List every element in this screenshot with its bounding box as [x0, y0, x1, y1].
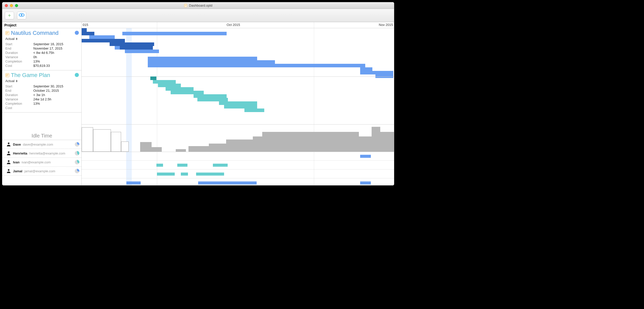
allocation-bar[interactable]	[360, 181, 371, 184]
column-header-project[interactable]: Project	[2, 22, 81, 28]
info-val: 13%	[33, 59, 79, 63]
idle-bar	[226, 140, 253, 152]
gantt-bar[interactable]	[197, 98, 228, 101]
person-icon	[6, 142, 11, 147]
project-icon	[5, 73, 9, 77]
people-list: Dave dave@example.com Henrietta henriett…	[2, 140, 81, 185]
idle-bar	[372, 127, 380, 152]
gantt-bar[interactable]	[148, 64, 365, 67]
project-icon	[5, 31, 9, 35]
allocation-bar[interactable]	[177, 164, 187, 167]
gantt-bar[interactable]	[148, 60, 275, 64]
info-key: End	[5, 47, 32, 50]
gantt-bar[interactable]	[150, 50, 159, 53]
info-key: Variance	[5, 55, 32, 59]
gantt-bar[interactable]	[244, 109, 264, 112]
allocation-bar[interactable]	[181, 173, 188, 176]
idle-bar	[82, 127, 93, 152]
titlebar: Dashboard.opld	[2, 2, 394, 9]
info-key: Variance	[5, 97, 32, 101]
allocation-bar[interactable]	[126, 181, 141, 184]
gantt-bar[interactable]	[219, 101, 257, 105]
svg-rect-11	[6, 74, 8, 74]
person-email: ivan@example.com	[22, 160, 51, 164]
gantt-bar[interactable]	[82, 39, 125, 42]
gantt-bar[interactable]	[89, 35, 115, 39]
info-key: Cost	[5, 106, 32, 110]
gantt-bar[interactable]	[82, 32, 94, 35]
month-label: Nov 2015	[379, 23, 393, 27]
person-email: henrietta@example.com	[29, 151, 65, 155]
allocation-bar[interactable]	[157, 173, 175, 176]
info-val: < 3w 1h	[33, 93, 79, 97]
project-mode-select[interactable]: Actual ▲▼	[5, 37, 79, 41]
person-email: dave@example.com	[23, 143, 53, 146]
gantt-bar[interactable]	[153, 80, 176, 84]
person-row[interactable]: Dave dave@example.com	[2, 140, 81, 149]
toolbar: +	[2, 9, 394, 22]
allocation-row	[82, 152, 394, 161]
gantt-bar[interactable]	[150, 76, 156, 80]
close-window-button[interactable]	[5, 4, 8, 7]
info-key: End	[5, 89, 32, 92]
svg-rect-1	[185, 5, 186, 5]
app-window: Dashboard.opld + Project	[2, 2, 394, 186]
gantt-bar[interactable]	[171, 91, 204, 94]
project-card-1[interactable]: The Game Plan Actual ▲▼ Start September …	[2, 70, 81, 113]
project-card-0[interactable]: Nautilus Command Actual ▲▼ Start Septemb…	[2, 28, 81, 70]
gantt-bar[interactable]	[224, 105, 257, 109]
person-row[interactable]: Jamal jamal@example.com	[2, 167, 81, 176]
project-name: Nautilus Command	[11, 30, 58, 36]
gantt-bar[interactable]	[120, 46, 153, 50]
gantt-bar[interactable]	[360, 67, 372, 71]
view-button[interactable]	[17, 12, 26, 19]
gantt-bar[interactable]	[194, 94, 227, 98]
timeline-panel[interactable]: 015 Oct 2015 Nov 2015	[82, 22, 394, 185]
allocation-bar[interactable]	[213, 164, 228, 167]
gantt-bar[interactable]	[360, 71, 393, 74]
svg-rect-7	[6, 32, 8, 32]
document-icon	[184, 4, 187, 7]
idle-bar	[111, 132, 121, 152]
idle-chart-area	[82, 124, 394, 152]
project-mode-label: Actual	[5, 37, 14, 41]
gantt-bar[interactable]	[110, 42, 154, 46]
allocation-bar[interactable]	[156, 164, 163, 167]
project-info-table: Start September 16, 2015 End November 17…	[5, 42, 79, 68]
info-key: Completion	[5, 102, 32, 105]
idle-bar	[380, 132, 394, 152]
person-row[interactable]: Henrietta henrietta@example.com	[2, 149, 81, 158]
svg-rect-2	[185, 5, 186, 6]
gantt-area-project-0	[82, 28, 394, 76]
idle-bar	[93, 129, 111, 152]
allocation-bar[interactable]	[198, 181, 257, 184]
project-title-row: Nautilus Command	[5, 30, 79, 36]
window-controls	[2, 4, 18, 7]
allocation-row	[82, 161, 394, 169]
gantt-bar[interactable]	[82, 28, 87, 32]
person-name: Dave	[13, 143, 21, 146]
gantt-bar[interactable]	[122, 32, 227, 35]
utilization-pie-icon	[75, 169, 79, 173]
idle-label-text: Idle Time	[32, 133, 52, 139]
idle-bar	[140, 142, 152, 152]
info-key: Duration	[5, 51, 32, 55]
allocation-bar[interactable]	[196, 173, 224, 176]
project-mode-select[interactable]: Actual ▲▼	[5, 79, 79, 83]
content-split: Project Nautilus Command Actual ▲▼ Start	[2, 22, 394, 185]
idle-bar	[262, 132, 359, 152]
chevron-updown-icon: ▲▼	[16, 80, 17, 82]
gantt-bar[interactable]	[166, 87, 194, 91]
minimize-window-button[interactable]	[10, 4, 13, 7]
person-name: Ivan	[13, 160, 20, 164]
add-button[interactable]: +	[5, 12, 14, 19]
zoom-window-button[interactable]	[15, 4, 18, 7]
utilization-pie-icon	[75, 160, 79, 164]
info-val: < 8w 4d 6.75h	[33, 51, 79, 55]
person-row[interactable]: Ivan ivan@example.com	[2, 158, 81, 167]
eye-icon	[19, 13, 24, 18]
allocation-bar[interactable]	[360, 155, 371, 158]
gantt-bar[interactable]	[148, 57, 257, 60]
svg-point-5	[21, 14, 22, 16]
gantt-bar[interactable]	[158, 84, 181, 87]
